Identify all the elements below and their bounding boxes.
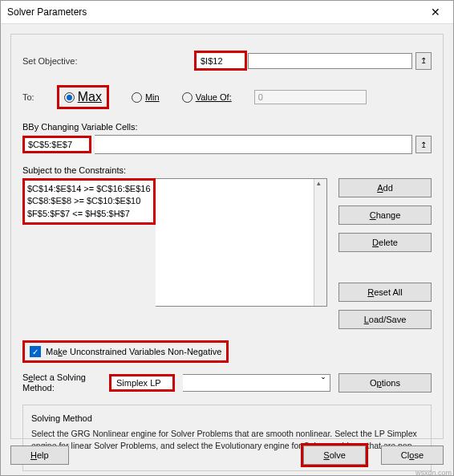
valueof-label: Value Of: (196, 92, 232, 102)
titlebar: Solver Parameters ✕ (1, 1, 453, 24)
min-radio[interactable] (132, 92, 142, 103)
max-radio[interactable] (64, 92, 75, 103)
constraint-item[interactable]: $F$5:$F$7 <= $H$5:$H$7 (27, 208, 151, 220)
min-radio-group[interactable]: Min (132, 92, 160, 103)
bottom-buttons: Help Solve Close (10, 443, 444, 467)
valueof-radio[interactable] (182, 92, 193, 103)
nonneg-highlight: ✓ Make Unconstrained Variables Non-Negat… (22, 340, 229, 363)
solving-title: Solving Method (31, 413, 423, 423)
max-highlight: Max (57, 85, 109, 109)
range-picker-icon[interactable]: ↥ (415, 52, 432, 70)
constraints-label: Subject to the Constraints: (22, 165, 432, 175)
changing-cells-input[interactable] (95, 135, 412, 154)
valueof-radio-group[interactable]: Value Of: (182, 92, 232, 103)
max-label: Max (78, 90, 102, 104)
solve-button[interactable]: Solve (303, 445, 366, 465)
loadsave-button[interactable]: Load/Save (338, 310, 432, 329)
change-button[interactable]: Change (338, 205, 432, 225)
changing-label: BBy Changing Variable Cells:By Changing … (22, 122, 432, 132)
options-button[interactable]: Options (338, 373, 432, 393)
help-button[interactable]: Help (10, 445, 69, 465)
add-button[interactable]: Add (338, 178, 432, 197)
method-highlight[interactable]: Simplex LP (109, 374, 175, 392)
constraint-item[interactable]: $C$14:$E$14 >= $C$16:$E$16 (27, 183, 151, 195)
close-button[interactable]: Close (381, 445, 444, 465)
side-buttons: Add Change Delete Reset All Load/Save (338, 178, 432, 329)
method-dropdown[interactable] (183, 374, 330, 392)
method-row: Select a Solving Method: Simplex LP Opti… (22, 372, 432, 393)
main-frame: Set Objective: ↥ To: Max Min Value Of (10, 34, 444, 439)
objective-input[interactable] (197, 54, 245, 68)
constraints-area: $C$14:$E$14 >= $C$16:$E$16 $C$8:$E$8 >= … (22, 178, 432, 329)
titlebar-title: Solver Parameters (7, 6, 87, 18)
range-picker-icon[interactable]: ↥ (415, 136, 432, 153)
constraints-highlight: $C$14:$E$14 >= $C$16:$E$16 $C$8:$E$8 >= … (22, 178, 156, 225)
solver-dialog: Solver Parameters ✕ Set Objective: ↥ To:… (0, 0, 454, 476)
objective-row: Set Objective: ↥ (22, 51, 432, 71)
changing-cells-highlight[interactable]: $C$5:$E$7 (22, 136, 91, 153)
nonneg-checkbox[interactable]: ✓ (30, 346, 41, 357)
delete-button[interactable]: Delete (338, 233, 432, 252)
method-label: Select a Solving Method: (22, 372, 101, 393)
constraints-list-wrap: $C$14:$E$14 >= $C$16:$E$16 $C$8:$E$8 >= … (22, 178, 327, 329)
valueof-input (254, 90, 367, 104)
to-row: To: Max Min Value Of: (22, 85, 432, 109)
scrollbar[interactable] (314, 179, 326, 306)
constraints-listbox[interactable] (156, 178, 327, 307)
nonneg-row: ✓ Make Unconstrained Variables Non-Negat… (22, 340, 432, 363)
objective-label: Set Objective: (22, 56, 194, 66)
objective-highlight (194, 51, 247, 71)
min-label: Min (145, 92, 160, 102)
reset-button[interactable]: Reset All (338, 283, 432, 302)
solve-highlight: Solve (301, 443, 368, 467)
changing-cells-row: $C$5:$E$7 ↥ (22, 135, 432, 154)
nonneg-label: Make Unconstrained Variables Non-Negativ… (46, 347, 221, 356)
close-icon[interactable]: ✕ (424, 6, 447, 18)
watermark: wsxdn.com (415, 469, 452, 476)
objective-input-rest[interactable] (248, 53, 412, 69)
constraint-item[interactable]: $C$8:$E$8 >= $C$10:$E$10 (27, 195, 151, 207)
to-label: To: (22, 92, 34, 102)
